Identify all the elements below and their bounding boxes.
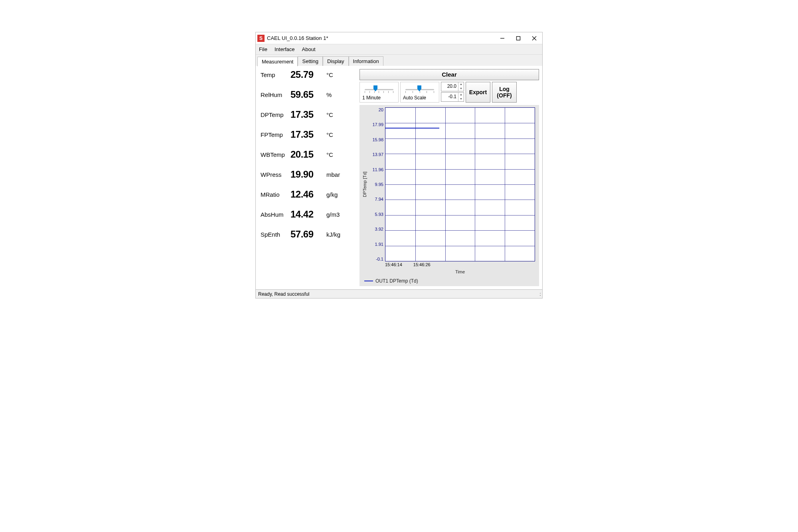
meas-unit: g/m3: [326, 211, 348, 218]
y-max-spinner[interactable]: 20.0 ▲▼: [441, 82, 464, 91]
meas-unit: °C: [326, 111, 348, 118]
log-toggle-button[interactable]: Log (OFF): [492, 82, 517, 103]
spin-up-icon[interactable]: ▲: [458, 93, 464, 97]
meas-unit: g/kg: [326, 191, 348, 198]
meas-label: WPress: [261, 171, 290, 178]
meas-value: 20.15: [290, 149, 326, 160]
measurements-panel: Temp 25.79 °C RelHum 59.65 % DPTemp 17.3…: [256, 66, 359, 289]
menu-interface[interactable]: Interface: [275, 46, 295, 52]
app-icon: S: [257, 35, 265, 42]
slider-thumb-icon[interactable]: [373, 85, 378, 92]
x-axis-ticks: 15:46:14 15:46:26: [385, 261, 431, 267]
meas-label: RelHum: [261, 91, 290, 98]
meas-label: Temp: [261, 71, 290, 78]
chart-plot: [385, 107, 535, 261]
close-button[interactable]: [526, 33, 542, 44]
window-title: CAEL UI_0.0.16 Station 1*: [267, 35, 494, 41]
resize-grip-icon[interactable]: .::: [539, 291, 540, 297]
tab-setting[interactable]: Setting: [298, 56, 322, 66]
y-axis-ticks: 20 17.99 15.98 13.97 11.96 9.95 7.94 5.9…: [368, 107, 385, 261]
meas-value: 14.42: [290, 209, 326, 220]
titlebar: S CAEL UI_0.0.16 Station 1*: [256, 32, 542, 44]
export-button[interactable]: Export: [466, 82, 490, 103]
close-icon: [532, 36, 537, 41]
menu-about[interactable]: About: [302, 46, 316, 52]
spin-down-icon[interactable]: ▼: [458, 87, 464, 91]
chart-panel: Clear 1 Minute: [359, 66, 542, 289]
clear-button[interactable]: Clear: [359, 69, 539, 80]
menubar: File Interface About: [256, 44, 542, 55]
meas-value: 12.46: [290, 189, 326, 200]
meas-value: 59.65: [290, 89, 326, 100]
slider-thumb-icon[interactable]: [417, 85, 422, 92]
meas-temp: Temp 25.79 °C: [261, 69, 356, 80]
legend-series-name: OUT1 DPTemp (Td): [375, 278, 418, 284]
y-max-value: 20.0: [441, 82, 458, 91]
meas-relhum: RelHum 59.65 %: [261, 89, 356, 100]
content: Temp 25.79 °C RelHum 59.65 % DPTemp 17.3…: [256, 66, 542, 289]
scale-mode-label: Auto Scale: [403, 95, 426, 101]
meas-wpress: WPress 19.90 mbar: [261, 169, 356, 180]
meas-unit: kJ/kg: [326, 231, 348, 238]
spin-up-icon[interactable]: ▲: [458, 82, 464, 87]
maximize-button[interactable]: [510, 33, 526, 44]
y-range-spinners: 20.0 ▲▼ -0.1 ▲▼: [441, 82, 464, 103]
meas-unit: °C: [326, 71, 348, 78]
meas-value: 25.79: [290, 69, 326, 80]
app-window: S CAEL UI_0.0.16 Station 1* File Interfa…: [255, 32, 543, 299]
time-window-label: 1 Minute: [362, 95, 381, 101]
y-min-spinner[interactable]: -0.1 ▲▼: [441, 92, 464, 102]
meas-wbtemp: WBTemp 20.15 °C: [261, 149, 356, 160]
meas-value: 19.90: [290, 169, 326, 180]
x-axis-label: Time: [385, 269, 535, 274]
meas-unit: mbar: [326, 171, 348, 178]
y-axis-label: DPTemp [Td]: [361, 107, 368, 261]
time-window-slider[interactable]: 1 Minute: [359, 82, 399, 103]
meas-spenth: SpEnth 57.69 kJ/kg: [261, 229, 356, 240]
chart-legend: OUT1 DPTemp (Td): [364, 278, 535, 284]
svg-rect-1: [517, 36, 520, 40]
chart-area: DPTemp [Td] 20 17.99 15.98 13.97 11.96 9…: [359, 105, 539, 286]
minimize-icon: [500, 36, 505, 41]
tab-display[interactable]: Display: [323, 56, 349, 66]
scale-mode-slider[interactable]: Auto Scale: [400, 82, 439, 103]
meas-value: 17.35: [290, 129, 326, 140]
menu-file[interactable]: File: [259, 46, 267, 52]
meas-label: DPTemp: [261, 111, 290, 118]
meas-fptemp: FPTemp 17.35 °C: [261, 129, 356, 140]
minimize-button[interactable]: [494, 33, 510, 44]
chart-controls: 1 Minute Auto Scale 20.0 ▲▼: [359, 82, 539, 103]
tab-information[interactable]: Information: [349, 56, 383, 66]
statusbar: Ready, Read successful .::: [256, 289, 542, 298]
meas-value: 57.69: [290, 229, 326, 240]
meas-abshum: AbsHum 14.42 g/m3: [261, 209, 356, 220]
maximize-icon: [516, 36, 521, 41]
tabbar: Measurement Setting Display Information: [256, 55, 542, 66]
meas-label: MRatio: [261, 191, 290, 198]
meas-mratio: MRatio 12.46 g/kg: [261, 189, 356, 200]
tab-measurement[interactable]: Measurement: [257, 57, 298, 66]
legend-swatch-icon: [364, 281, 373, 281]
meas-label: AbsHum: [261, 211, 290, 218]
meas-value: 17.35: [290, 109, 326, 120]
status-text: Ready, Read successful: [258, 291, 310, 297]
chart-series-line: [385, 128, 439, 129]
meas-label: FPTemp: [261, 131, 290, 138]
meas-unit: °C: [326, 131, 348, 138]
meas-unit: °C: [326, 151, 348, 158]
spin-down-icon[interactable]: ▼: [458, 97, 464, 101]
meas-unit: %: [326, 91, 348, 98]
meas-label: WBTemp: [261, 151, 290, 158]
meas-dptemp: DPTemp 17.35 °C: [261, 109, 356, 120]
meas-label: SpEnth: [261, 231, 290, 238]
y-min-value: -0.1: [441, 93, 458, 101]
